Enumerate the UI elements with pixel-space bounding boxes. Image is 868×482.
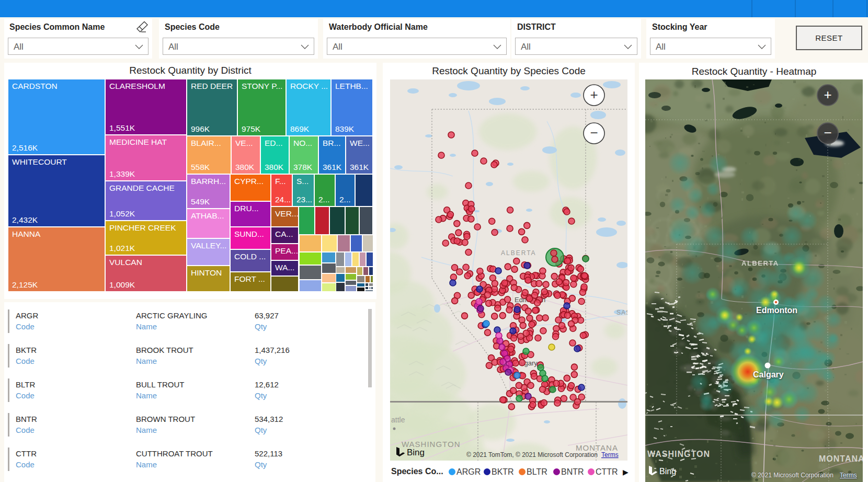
svg-text:SAS: SAS <box>616 309 627 316</box>
svg-text:Edmonton: Edmonton <box>756 306 797 315</box>
svg-text:Calgary: Calgary <box>753 370 784 379</box>
svg-text:© 2021 TomTom, © 2021 Microsof: © 2021 TomTom, © 2021 Microsoft Corporat… <box>466 451 598 458</box>
svg-text:+: + <box>824 87 831 102</box>
svg-text:+: + <box>590 87 598 102</box>
svg-text:Bing: Bing <box>659 467 676 476</box>
svg-text:−: − <box>824 125 831 141</box>
svg-text:WASHINGTON: WASHINGTON <box>647 450 710 458</box>
svg-text:Bing: Bing <box>407 447 425 457</box>
svg-text:ALBERTA: ALBERTA <box>741 259 779 267</box>
svg-text:MONTANA: MONTANA <box>819 454 863 463</box>
svg-text:© 2021 Microsoft Corporation: © 2021 Microsoft Corporation <box>751 472 833 479</box>
svg-text:ALBERTA: ALBERTA <box>501 249 536 257</box>
svg-text:−: − <box>590 125 598 141</box>
svg-text:attle: attle <box>391 416 405 424</box>
svg-text:Terms: Terms <box>840 472 857 479</box>
svg-text:Terms: Terms <box>601 451 619 458</box>
